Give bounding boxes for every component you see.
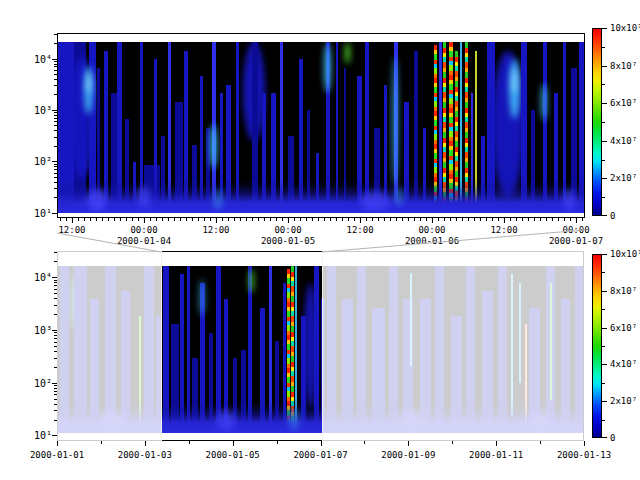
x-axis-minor-tick xyxy=(126,218,127,221)
x-axis-minor-tick xyxy=(582,218,583,221)
x-axis-minor-tick xyxy=(426,218,427,221)
x-tick-label: 2000-01-05 xyxy=(206,450,260,460)
x-axis-minor-tick xyxy=(468,218,469,221)
x-axis-minor-tick xyxy=(474,218,475,221)
x-tick-label: 12:00 xyxy=(58,225,85,235)
x-axis-minor-tick xyxy=(138,218,139,221)
colorbar-minor-tick xyxy=(602,197,605,198)
colorbar-tick-label: 4x10⁷ xyxy=(610,359,637,369)
x-tick-label: 00:00 xyxy=(274,225,301,235)
colorbar-tick-label: 2x10⁷ xyxy=(610,173,637,183)
y-axis-minor-tick xyxy=(54,118,57,119)
colorbar-minor-tick xyxy=(602,122,605,123)
x-axis-minor-tick xyxy=(492,218,493,221)
colorbar-tick xyxy=(602,215,607,216)
x-axis-tick xyxy=(452,441,453,444)
x-tick-label: 00:00 xyxy=(562,225,589,235)
colorbar-tick xyxy=(602,364,607,365)
x-axis-minor-tick xyxy=(516,218,517,221)
y-axis-minor-tick xyxy=(54,177,57,178)
x-axis-minor-tick xyxy=(444,218,445,221)
x-axis-minor-tick xyxy=(252,218,253,221)
x-axis-minor-tick xyxy=(288,218,289,221)
x-axis-minor-tick xyxy=(198,218,199,221)
x-axis-minor-tick xyxy=(348,218,349,221)
x-axis-minor-tick xyxy=(462,218,463,221)
x-axis-minor-tick xyxy=(396,218,397,221)
x-axis-minor-tick xyxy=(276,218,277,221)
x-axis-tick xyxy=(321,441,322,446)
x-axis-minor-tick xyxy=(102,218,103,221)
x-tick-label: 2000-01-01 xyxy=(30,450,84,460)
spectrogram-viewer-window: 12:0000:002000-01-0412:0000:002000-01-05… xyxy=(0,0,640,480)
colorbar-minor-tick xyxy=(602,383,605,384)
colorbar-minor-tick xyxy=(602,272,605,273)
colorbar-tick xyxy=(602,66,607,67)
x-axis-minor-tick xyxy=(114,218,115,221)
x-axis-minor-tick xyxy=(228,218,229,221)
x-axis-minor-tick xyxy=(408,218,409,221)
unselected-region-right-overlay xyxy=(322,251,584,441)
x-axis-minor-tick xyxy=(306,218,307,221)
x-axis-minor-tick xyxy=(210,218,211,221)
x-axis-minor-tick xyxy=(354,218,355,221)
x-axis-tick xyxy=(364,441,365,444)
colorbar-minor-tick xyxy=(602,84,605,85)
colorbar-tick xyxy=(602,401,607,402)
x-axis-minor-tick xyxy=(234,218,235,221)
y-axis-tick xyxy=(52,161,57,162)
spectrogram-streak xyxy=(213,189,223,210)
x-axis-minor-tick xyxy=(564,218,565,221)
x-axis-minor-tick xyxy=(66,218,67,221)
y-axis-minor-tick xyxy=(54,64,57,65)
y-tick-label: 10¹ xyxy=(22,430,52,441)
zoomed-spectrogram-panel xyxy=(57,33,585,218)
x-axis-minor-tick xyxy=(294,218,295,221)
x-axis-minor-tick xyxy=(144,218,145,221)
y-axis-minor-tick xyxy=(54,79,57,80)
y-axis-minor-tick xyxy=(54,164,57,165)
x-axis-minor-tick xyxy=(120,218,121,221)
x-axis-minor-tick xyxy=(552,218,553,221)
x-axis-minor-tick xyxy=(216,218,217,221)
x-axis-minor-tick xyxy=(72,218,73,221)
y-axis-minor-tick xyxy=(54,137,57,138)
y-tick-label: 10² xyxy=(22,156,52,167)
colorbar-tick xyxy=(602,141,607,142)
x-date-label: 2000-01-04 xyxy=(117,236,171,246)
colorbar-tick-label: 0 xyxy=(610,433,615,443)
x-tick-label: 2000-01-11 xyxy=(469,450,523,460)
x-axis-minor-tick xyxy=(420,218,421,221)
x-axis-minor-tick xyxy=(312,218,313,221)
y-axis-minor-tick xyxy=(54,169,57,170)
x-axis-minor-tick xyxy=(132,218,133,221)
x-axis-minor-tick xyxy=(282,218,283,221)
x-date-label: 2000-01-05 xyxy=(261,236,315,246)
x-axis-minor-tick xyxy=(510,218,511,221)
y-axis-minor-tick xyxy=(54,125,57,126)
y-axis-tick xyxy=(52,110,57,111)
x-axis-minor-tick xyxy=(558,218,559,221)
x-axis-minor-tick xyxy=(156,218,157,221)
colorbar-tick-label: 8x10⁷ xyxy=(610,61,637,71)
spectrogram-streak xyxy=(87,189,107,211)
y-axis-minor-tick xyxy=(54,85,57,86)
x-axis-tick xyxy=(57,441,58,446)
x-axis-minor-tick xyxy=(60,218,61,221)
colorbar-tick xyxy=(602,437,607,438)
x-axis-minor-tick xyxy=(480,218,481,221)
y-axis-minor-tick xyxy=(54,94,57,95)
y-tick-label: 10⁴ xyxy=(22,54,52,65)
x-axis-minor-tick xyxy=(498,218,499,221)
y-tick-label: 10² xyxy=(22,378,52,389)
y-axis-minor-tick xyxy=(54,182,57,183)
x-axis-minor-tick xyxy=(456,218,457,221)
selection-region[interactable] xyxy=(161,251,322,441)
x-axis-tick xyxy=(233,441,234,446)
x-tick-label: 00:00 xyxy=(418,225,445,235)
colorbar-tick xyxy=(602,103,607,104)
x-axis-minor-tick xyxy=(324,218,325,221)
colorbar-tick xyxy=(602,254,607,255)
zoomed-spectrogram-data-area[interactable] xyxy=(58,42,584,213)
x-axis-minor-tick xyxy=(180,218,181,221)
